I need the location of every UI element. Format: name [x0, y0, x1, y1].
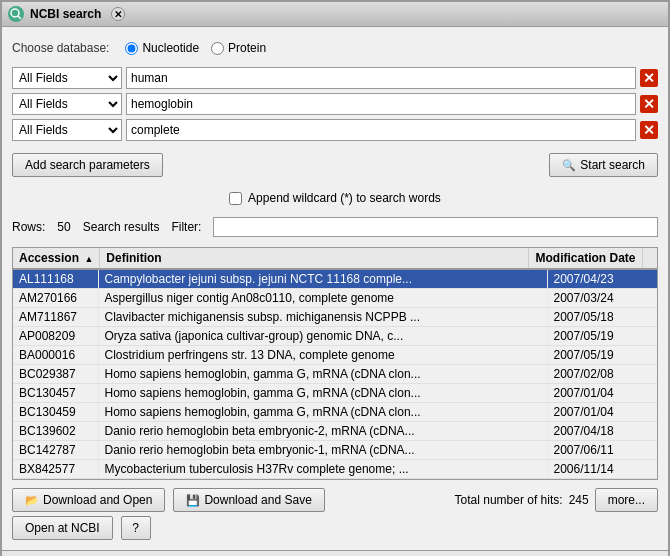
table-row[interactable]: BC130459Homo sapiens hemoglobin, gamma G…: [13, 403, 657, 422]
cell-accession: AP008209: [13, 327, 98, 346]
svg-point-0: [11, 9, 19, 17]
cell-definition: Clavibacter michiganensis subsp. michiga…: [98, 308, 547, 327]
app-icon: [8, 6, 24, 22]
cell-accession: BC130459: [13, 403, 98, 422]
table-row[interactable]: AM711867Clavibacter michiganensis subsp.…: [13, 308, 657, 327]
cell-definition: Danio rerio hemoglobin beta embryonic-1,…: [98, 441, 547, 460]
field-select-3[interactable]: All Fields Accession Author Gene Name Or…: [12, 119, 122, 141]
filter-input[interactable]: [213, 217, 658, 237]
cell-definition: Homo sapiens hemoglobin, gamma G, mRNA (…: [98, 384, 547, 403]
cell-accession: BC142787: [13, 441, 98, 460]
add-search-button[interactable]: Add search parameters: [12, 153, 163, 177]
rows-label: Rows:: [12, 220, 45, 234]
col-date-header[interactable]: Modification Date: [529, 248, 642, 269]
rows-value: 50: [57, 220, 70, 234]
more-button[interactable]: more...: [595, 488, 658, 512]
download-save-icon: 💾: [186, 494, 200, 507]
field-select-2[interactable]: All Fields Accession Author Gene Name Or…: [12, 93, 122, 115]
cell-accession: BX842577: [13, 460, 98, 479]
wildcard-row: Append wildcard (*) to search words: [12, 189, 658, 207]
table-row[interactable]: BC139602Danio rerio hemoglobin beta embr…: [13, 422, 657, 441]
cell-date: 2007/03/24: [547, 289, 657, 308]
main-window: NCBI search ✕ Choose database: Nucleotid…: [0, 0, 670, 556]
database-label: Choose database:: [12, 41, 109, 55]
results-header: Rows: 50 Search results Filter:: [12, 215, 658, 239]
results-table-body[interactable]: AL111168Campylobacter jejuni subsp. jeju…: [13, 270, 657, 479]
cell-date: 2007/04/23: [547, 270, 657, 289]
download-save-label: Download and Save: [204, 493, 311, 507]
col-definition-header[interactable]: Definition: [100, 248, 529, 269]
bottom-row-1: 📂 Download and Open 💾 Download and Save …: [12, 488, 658, 512]
remove-field-1-button[interactable]: ✕: [640, 69, 658, 87]
table-row[interactable]: BC130457Homo sapiens hemoglobin, gamma G…: [13, 384, 657, 403]
cell-definition: Danio rerio hemoglobin beta embryonic-2,…: [98, 422, 547, 441]
protein-option[interactable]: Protein: [211, 41, 266, 55]
table-row[interactable]: BX842577Mycobacterium tuberculosis H37Rv…: [13, 460, 657, 479]
col-accession-header[interactable]: Accession ▲: [13, 248, 100, 269]
title-bar: NCBI search ✕: [2, 2, 668, 27]
wildcard-label: Append wildcard (*) to search words: [248, 191, 441, 205]
actions-row: Add search parameters 🔍 Start search: [12, 149, 658, 181]
cell-date: 2007/05/18: [547, 308, 657, 327]
download-open-button[interactable]: 📂 Download and Open: [12, 488, 165, 512]
cell-accession: AM270166: [13, 289, 98, 308]
field-input-1[interactable]: [126, 67, 636, 89]
status-bar: [2, 550, 668, 556]
cell-date: 2007/01/04: [547, 384, 657, 403]
start-search-icon: 🔍: [562, 159, 576, 172]
table-row[interactable]: BC029387Homo sapiens hemoglobin, gamma G…: [13, 365, 657, 384]
cell-definition: Homo sapiens hemoglobin, gamma G, mRNA (…: [98, 403, 547, 422]
remove-field-3-button[interactable]: ✕: [640, 121, 658, 139]
bottom-section: 📂 Download and Open 💾 Download and Save …: [12, 488, 658, 540]
field-input-3[interactable]: [126, 119, 636, 141]
cell-accession: BC139602: [13, 422, 98, 441]
cell-definition: Aspergillus niger contig An08c0110, comp…: [98, 289, 547, 308]
cell-date: 2006/11/14: [547, 460, 657, 479]
cell-accession: AM711867: [13, 308, 98, 327]
open-ncbi-label: Open at NCBI: [25, 521, 100, 535]
remove-field-2-button[interactable]: ✕: [640, 95, 658, 113]
search-field-row-2: All Fields Accession Author Gene Name Or…: [12, 93, 658, 115]
cell-accession: BC130457: [13, 384, 98, 403]
close-icon[interactable]: ✕: [111, 7, 125, 21]
search-results-label: Search results: [83, 220, 160, 234]
cell-definition: Mycobacterium tuberculosis H37Rv complet…: [98, 460, 547, 479]
table-row[interactable]: BA000016Clostridium perfringens str. 13 …: [13, 346, 657, 365]
total-value: 245: [569, 493, 589, 507]
cell-date: 2007/04/18: [547, 422, 657, 441]
protein-radio[interactable]: [211, 42, 224, 55]
cell-definition: Clostridium perfringens str. 13 DNA, com…: [98, 346, 547, 365]
table-row[interactable]: AP008209Oryza sativa (japonica cultivar-…: [13, 327, 657, 346]
wildcard-checkbox[interactable]: [229, 192, 242, 205]
more-label: more...: [608, 493, 645, 507]
results-table-header: Accession ▲ Definition Modification Date: [13, 248, 657, 269]
add-search-label: Add search parameters: [25, 158, 150, 172]
download-open-label: Download and Open: [43, 493, 152, 507]
nucleotide-radio[interactable]: [125, 42, 138, 55]
filter-label: Filter:: [171, 220, 201, 234]
download-save-button[interactable]: 💾 Download and Save: [173, 488, 324, 512]
database-radio-group: Nucleotide Protein: [125, 41, 266, 55]
database-selector-row: Choose database: Nucleotide Protein: [12, 37, 658, 59]
help-button[interactable]: ?: [121, 516, 151, 540]
field-select-1[interactable]: All Fields Accession Author Gene Name Or…: [12, 67, 122, 89]
table-row[interactable]: BC142787Danio rerio hemoglobin beta embr…: [13, 441, 657, 460]
cell-accession: AL111168: [13, 270, 98, 289]
table-row[interactable]: AL111168Campylobacter jejuni subsp. jeju…: [13, 270, 657, 289]
search-fields-container: All Fields Accession Author Gene Name Or…: [12, 67, 658, 141]
table-row[interactable]: AM270166Aspergillus niger contig An08c01…: [13, 289, 657, 308]
open-ncbi-button[interactable]: Open at NCBI: [12, 516, 113, 540]
help-label: ?: [132, 521, 139, 535]
cell-definition: Homo sapiens hemoglobin, gamma G, mRNA (…: [98, 365, 547, 384]
nucleotide-label: Nucleotide: [142, 41, 199, 55]
bottom-row-2: Open at NCBI ?: [12, 516, 658, 540]
start-search-button[interactable]: 🔍 Start search: [549, 153, 658, 177]
nucleotide-option[interactable]: Nucleotide: [125, 41, 199, 55]
cell-date: 2007/01/04: [547, 403, 657, 422]
cell-definition: Campylobacter jejuni subsp. jejuni NCTC …: [98, 270, 547, 289]
main-content: Choose database: Nucleotide Protein All …: [2, 27, 668, 550]
title-text: NCBI search: [30, 7, 101, 21]
cell-date: 2007/02/08: [547, 365, 657, 384]
field-input-2[interactable]: [126, 93, 636, 115]
cell-date: 2007/05/19: [547, 327, 657, 346]
